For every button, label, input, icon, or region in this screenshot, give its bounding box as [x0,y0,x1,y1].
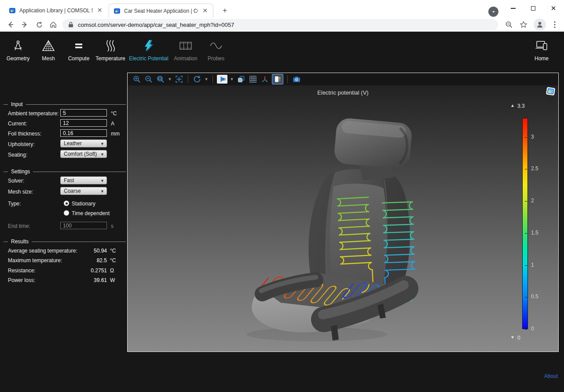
mesh-size-value: Coarse [64,188,81,194]
toolbar-separator [287,75,288,83]
app-ribbon: Geometry Mesh Compute Temperature [0,32,564,67]
colorbar-tick: 1.5 [531,230,538,236]
media-controls-button[interactable] [488,7,498,17]
radio-stationary-label: Stationary [72,201,95,207]
settings-section-legend: Settings [4,169,126,175]
comsol-favicon [9,7,16,14]
zoom-box-button[interactable] [156,74,165,84]
end-time-input [60,222,107,229]
colorbar-min-marker: ▼ 0 [510,335,541,341]
probes-wave-icon [209,38,223,54]
plot-canvas[interactable]: Electric potential (V) [128,85,558,352]
axes-orientation-button[interactable] [260,74,270,84]
results-section-legend: Results [4,238,126,245]
result-power-loss-value: 39.61 [94,277,107,283]
current-unit: A [111,121,114,127]
result-avg-temp-value: 50.94 [94,248,107,254]
ribbon-button-probes[interactable]: Probes [192,38,240,62]
zoom-in-button[interactable] [132,74,142,84]
zoom-box-dropdown-caret[interactable]: ▼ [168,77,172,81]
radio-stationary[interactable] [64,201,69,206]
person-icon [536,21,544,29]
foil-thickness-input[interactable] [60,129,107,137]
home-devices-icon [535,38,549,54]
about-link[interactable]: About [544,373,558,379]
rotate-view-button[interactable] [192,74,202,84]
home-button[interactable] [48,19,59,30]
window-minimize-button[interactable] [503,0,523,17]
colorbar-max-marker: ▲ 3.3 [510,103,541,109]
mesh-icon [42,38,55,54]
solver-label: Solver: [8,178,24,184]
chevron-down-icon: ▼ [100,179,104,183]
foil-thickness-label: Foil thickness: [8,131,41,137]
bookmark-button[interactable] [518,19,529,30]
browser-menu-button[interactable] [549,19,560,30]
browser-tab-application-library[interactable]: Application Library | COMSOL Se ✕ [4,4,106,18]
graphics-toolbar: ▼ ▼ ▼ [128,73,558,85]
profile-avatar[interactable] [534,18,546,31]
zoom-indicator-button[interactable] [504,19,514,30]
zoom-out-button[interactable] [144,74,154,84]
transparency-button[interactable] [236,74,246,84]
window-close-button[interactable]: ✕ [544,0,563,17]
ambient-temperature-label: Ambient temperature: [8,110,59,117]
seating-value: Comfort (Soft) [64,151,97,157]
colorbar-max-value: 3.3 [517,103,525,109]
minimize-icon [511,8,516,8]
view-dropdown-caret[interactable]: ▼ [230,77,234,81]
ambient-temperature-unit: °C [111,110,117,117]
result-max-temp-value: 82.5 [97,257,107,264]
current-label: Current: [8,121,27,127]
chevron-down-icon: ▼ [100,152,104,157]
grid-button[interactable] [248,74,258,84]
browser-window: Application Library | COMSOL Se ✕ Car Se… [0,0,564,392]
color-legend-icon [273,75,282,83]
window-maximize-button[interactable] [524,0,543,17]
color-legend-toggle-button[interactable] [272,74,283,84]
seating-select[interactable]: Comfort (Soft) ▼ [60,150,107,158]
radio-time-dependent[interactable] [64,210,69,216]
upholstery-value: Leather [64,140,82,147]
address-bar[interactable]: comsol.com/server-demo/app/car_seat_heat… [62,19,498,30]
parameter-sidebar: Input Ambient temperature: °C Current: A… [4,67,126,392]
zoom-extents-button[interactable] [174,74,184,84]
tab-close-icon[interactable]: ✕ [96,7,103,14]
forward-button[interactable] [19,19,30,30]
forward-arrow-icon [21,21,29,29]
radio-time-dependent-label: Time dependent [72,210,110,216]
mesh-size-select[interactable]: Coarse ▼ [60,187,107,195]
tab-strip: Application Library | COMSOL Se ✕ Car Se… [0,0,564,18]
colorbar-tick: 2.5 [531,165,538,172]
star-icon [520,21,527,29]
ambient-temperature-input[interactable] [60,109,107,117]
reload-button[interactable] [34,19,44,30]
graphics-panel: ▼ ▼ ▼ [127,73,559,352]
temperature-waves-icon [104,38,117,54]
tab-close-icon[interactable]: ✕ [201,7,209,15]
default-view-button[interactable] [217,75,227,84]
back-button[interactable] [5,19,16,30]
result-max-temp-label: Maximum temperature: [8,257,62,264]
solver-select[interactable]: Fast ▼ [60,176,107,184]
colorbar-tick: 0.5 [531,293,538,300]
geometry-icon [11,38,25,54]
url-text: comsol.com/server-demo/app/car_seat_heat… [78,22,234,28]
image-snapshot-button[interactable] [292,74,301,84]
rotate-dropdown-caret[interactable]: ▼ [204,77,209,81]
new-tab-button[interactable]: + [220,6,230,15]
toolbar-separator [188,75,188,83]
upholstery-select[interactable]: Leather ▼ [60,139,107,147]
colorbar [522,118,528,329]
colorbar-tick: 0 [531,326,534,332]
browser-tab-car-seat-heater[interactable]: Car Seat Heater Application | CO ✕ [109,4,213,18]
result-resistance-unit: Ω [110,267,114,274]
speaker-icon [218,76,226,83]
colorbar-min-value: 0 [517,335,520,341]
current-input[interactable] [60,119,107,127]
colorbar-tick: 2 [531,198,534,204]
electric-potential-bolt-icon [142,38,155,54]
tab-title: Application Library | COMSOL Se [19,7,93,14]
ribbon-button-home[interactable]: Home [517,38,564,62]
kebab-menu-icon [554,21,556,28]
